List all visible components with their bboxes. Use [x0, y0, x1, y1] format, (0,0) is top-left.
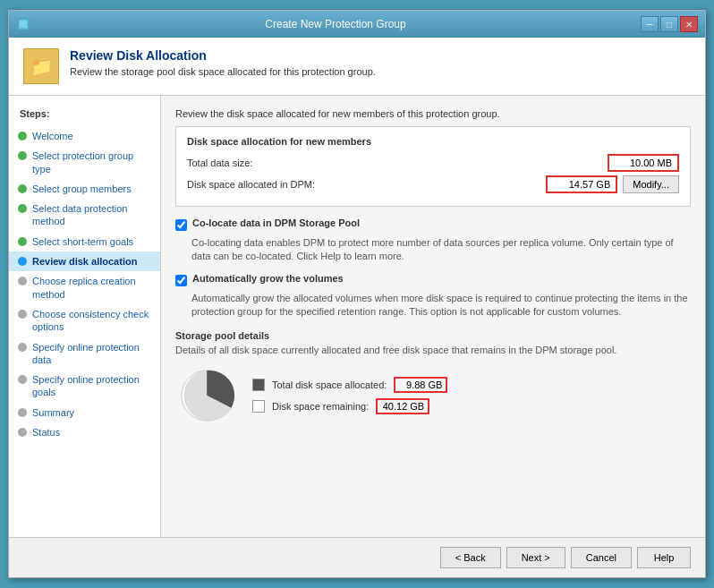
sidebar-item-label: Select protection group type — [32, 149, 153, 175]
app-icon — [16, 17, 30, 31]
next-button[interactable]: Next > — [506, 547, 565, 568]
storage-pool-content: Total disk space allocated: 9.88 GB Disk… — [175, 364, 691, 427]
page-title: Review Disk Allocation — [70, 48, 376, 63]
main-window: Create New Protection Group ─ □ ✕ 📁 Revi… — [8, 10, 706, 578]
dot-icon — [18, 184, 27, 193]
storage-pool-section: Storage pool details Details of all disk… — [175, 330, 691, 427]
disk-space-row: Disk space allocated in DPM: 14.57 GB Mo… — [187, 175, 679, 193]
cancel-button[interactable]: Cancel — [571, 547, 632, 568]
colocate-label: Co-locate data in DPM Storage Pool — [192, 217, 360, 228]
sidebar-title: Steps: — [9, 105, 160, 126]
section-description: Review the disk space allocated for new … — [175, 108, 691, 119]
header: 📁 Review Disk Allocation Review the stor… — [9, 38, 705, 96]
dot-icon — [18, 132, 27, 141]
main-content: Review the disk space allocated for new … — [161, 96, 705, 537]
close-button[interactable]: ✕ — [680, 16, 698, 32]
dot-icon — [18, 428, 27, 437]
sidebar-item-label: Review disk allocation — [32, 255, 137, 268]
disk-remaining-label: Disk space remaining: — [272, 401, 369, 412]
colocate-section: Co-locate data in DPM Storage Pool Co-lo… — [175, 217, 691, 264]
sidebar-item-label: Status — [32, 426, 60, 439]
sidebar-item-label: Select group members — [32, 183, 132, 195]
sidebar-item-label: Summary — [32, 406, 74, 419]
dot-icon — [18, 257, 27, 266]
help-button[interactable]: Help — [637, 547, 691, 568]
dot-icon — [18, 204, 27, 213]
sidebar-item-label: Select data protection method — [32, 202, 153, 228]
content-area: Steps: Welcome Select protection group t… — [9, 96, 705, 537]
dot-icon — [18, 375, 27, 384]
disk-allocation-box: Disk space allocation for new members To… — [175, 126, 691, 207]
auto-grow-desc: Automatically grow the allocated volumes… — [191, 292, 691, 320]
colocate-desc: Co-locating data enables DPM to protect … — [191, 236, 691, 264]
sidebar-item-label: Choose consistency check options — [32, 308, 153, 334]
disk-remaining-icon — [252, 400, 265, 413]
sidebar-item-data-protection[interactable]: Select data protection method — [9, 199, 160, 232]
colocate-checkbox[interactable] — [175, 219, 187, 231]
sidebar-item-label: Choose replica creation method — [32, 275, 153, 301]
auto-grow-row: Automatically grow the volumes — [175, 273, 691, 286]
page-subtitle: Review the storage pool disk space alloc… — [70, 66, 376, 77]
dot-icon — [18, 151, 27, 160]
window-title: Create New Protection Group — [30, 18, 641, 30]
storage-pool-desc: Details of all disk space currently allo… — [175, 345, 691, 355]
sidebar-item-status[interactable]: Status — [9, 422, 160, 442]
auto-grow-label: Automatically grow the volumes — [192, 273, 344, 284]
colocate-row: Co-locate data in DPM Storage Pool — [175, 217, 691, 231]
dot-icon — [18, 343, 27, 352]
disk-alloc-header: Disk space allocation for new members — [187, 136, 679, 147]
pie-chart — [175, 364, 238, 427]
total-allocated-label: Total disk space allocated: — [272, 379, 387, 390]
minimize-button[interactable]: ─ — [641, 16, 659, 32]
total-data-value: 10.00 MB — [608, 154, 679, 172]
sidebar-item-review-disk[interactable]: Review disk allocation — [9, 251, 160, 271]
header-text: Review Disk Allocation Review the storag… — [70, 48, 376, 77]
sidebar-item-label: Select short-term goals — [32, 235, 133, 248]
sidebar-item-online-protection-data[interactable]: Specify online protection data — [9, 337, 160, 371]
disk-remaining-row: Disk space remaining: 40.12 GB — [252, 398, 447, 414]
back-button[interactable]: < Back — [440, 547, 501, 568]
total-data-label: Total data size: — [187, 158, 608, 168]
sidebar-item-consistency-check[interactable]: Choose consistency check options — [9, 304, 160, 337]
svg-rect-1 — [20, 21, 27, 28]
window-controls: ─ □ ✕ — [641, 16, 698, 32]
disk-space-value: 14.57 GB — [546, 175, 617, 193]
sidebar-item-online-protection-goals[interactable]: Specify online protection goals — [9, 370, 160, 403]
auto-grow-checkbox[interactable] — [175, 275, 187, 286]
total-allocated-value: 9.88 GB — [394, 377, 447, 393]
sidebar-item-summary[interactable]: Summary — [9, 403, 160, 422]
maximize-button[interactable]: □ — [660, 16, 678, 32]
sidebar-item-group-members[interactable]: Select group members — [9, 179, 160, 199]
modify-button[interactable]: Modify... — [623, 175, 679, 193]
dot-icon — [18, 237, 27, 246]
total-data-row: Total data size: 10.00 MB — [187, 154, 679, 172]
dot-icon — [18, 408, 27, 417]
sidebar-item-label: Welcome — [32, 130, 73, 142]
sidebar-item-label: Specify online protection data — [32, 341, 153, 367]
sidebar-item-label: Specify online protection goals — [32, 373, 153, 399]
sidebar-item-short-term[interactable]: Select short-term goals — [9, 232, 160, 251]
titlebar: Create New Protection Group ─ □ ✕ — [9, 11, 705, 38]
dot-icon — [18, 277, 27, 285]
sidebar-item-welcome[interactable]: Welcome — [9, 126, 160, 146]
sidebar-item-protection-group-type[interactable]: Select protection group type — [9, 146, 160, 179]
storage-legend: Total disk space allocated: 9.88 GB Disk… — [252, 377, 447, 414]
total-allocated-icon — [252, 379, 265, 391]
footer: < Back Next > Cancel Help — [9, 537, 705, 577]
header-icon: 📁 — [23, 48, 59, 84]
disk-remaining-value: 40.12 GB — [376, 398, 429, 414]
auto-grow-section: Automatically grow the volumes Automatic… — [175, 273, 691, 320]
total-allocated-row: Total disk space allocated: 9.88 GB — [252, 377, 447, 393]
disk-space-label: Disk space allocated in DPM: — [187, 179, 546, 190]
sidebar: Steps: Welcome Select protection group t… — [9, 96, 161, 537]
storage-pool-title: Storage pool details — [175, 330, 691, 341]
sidebar-item-replica-creation[interactable]: Choose replica creation method — [9, 271, 160, 304]
dot-icon — [18, 310, 27, 319]
